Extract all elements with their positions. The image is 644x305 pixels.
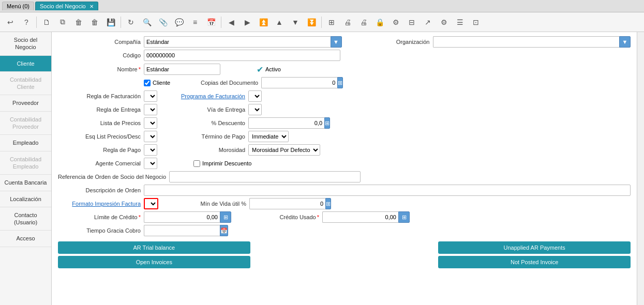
referencia-orden-input[interactable] [169,171,361,182]
nombre-input[interactable] [144,64,220,75]
refresh-icon[interactable]: ↻ [124,15,138,29]
cliente-copias-row: Cliente Copias del Documento ⊞ [58,77,631,88]
morosidad-label: Morosidad [162,147,245,153]
precios-descuento-row: Lista de Precios % Descuento ⊞ [58,117,631,129]
organizacion-input[interactable] [433,36,620,48]
chat-icon[interactable]: 💬 [172,15,186,29]
back-icon[interactable]: ↩ [3,15,18,29]
tab-menu[interactable]: Menú (0) [2,2,34,10]
min-vida-util-input[interactable] [249,198,325,209]
grid-icon[interactable]: ⊟ [405,15,419,29]
window-icon[interactable]: ⊡ [469,15,483,29]
organizacion-label: Organización [347,39,430,45]
action-row-2: Open Invoices Not Posted Invoice [58,256,631,268]
unapplied-ar-button[interactable]: Unapplied AR Payments [438,241,631,254]
via-entrega-select[interactable] [248,104,262,115]
lock-icon[interactable]: 🔒 [372,15,387,29]
copias-doc-input[interactable] [261,77,337,88]
min-vida-util-btn[interactable]: ⊞ [325,198,331,209]
credito-usado-btn[interactable]: ⊞ [398,211,410,223]
print2-icon[interactable]: 🖨 [356,15,371,29]
copias-doc-btn[interactable]: ⊞ [337,77,343,88]
limite-credito-btn[interactable]: ⊞ [220,211,231,223]
sidebar-item-proveedor[interactable]: Proveedor [0,95,51,111]
formato-impresion-select[interactable] [144,198,158,209]
agente-imprimir-row: Agente Comercial Imprimir Descuento [58,158,631,169]
nombre-label: Nombre [58,66,141,72]
descripcion-orden-input[interactable] [144,185,631,196]
last-icon[interactable]: ⏬ [304,15,319,29]
codigo-input[interactable] [144,50,340,61]
settings-icon[interactable]: ⚙ [437,15,451,29]
lista-precios-select[interactable] [144,117,157,129]
formato-vida-row: Formato Impresión Factura Mín de Vida út… [58,198,631,209]
not-posted-invoice-button[interactable]: Not Posted Invoice [438,256,631,268]
sidebar-item-empleado[interactable]: Empleado [0,135,51,151]
prev-icon[interactable]: ◀ [224,15,238,29]
sidebar-item-cuenta-bancaria[interactable]: Cuenta Bancaria [0,175,51,191]
sidebar-item-contabilidad-cliente[interactable]: Contabilidad Cliente [0,72,51,96]
organizacion-select-btn[interactable]: ▼ [619,36,631,48]
copy-icon[interactable]: ⧉ [55,15,70,29]
cliente-checkbox[interactable] [144,80,151,86]
regla-entrega-select[interactable] [144,104,157,115]
facturacion-row: Regla de Facturación Programa de Factura… [58,90,631,102]
sidebar-item-contabilidad-proveedor[interactable]: Contabilidad Proveedor [0,112,51,135]
compania-select-btn[interactable]: ▼ [331,36,342,48]
ar-trial-button[interactable]: AR Trial balance [58,241,250,254]
programa-facturacion-select[interactable] [248,90,262,102]
credito-usado-input[interactable] [322,211,398,223]
sidebar-item-localizacion[interactable]: Localización [0,191,51,207]
sidebar-item-contacto[interactable]: Contacto (Usuario) [0,207,51,231]
morosidad-select[interactable]: Morosidad Por Defecto [248,144,320,156]
descuento-label: % Descuento [162,120,245,126]
search-icon[interactable]: 🔍 [140,15,154,29]
expand-icon[interactable]: ⊞ [324,15,339,29]
config-icon[interactable]: ⚙ [388,15,403,29]
imprimir-descuento-checkbox[interactable] [193,160,200,167]
imprimir-descuento-row: Imprimir Descuento [193,160,251,167]
delete2-icon[interactable]: 🗑 [87,15,102,29]
scrollbar-right[interactable] [637,32,644,305]
regla-facturacion-select[interactable] [144,90,157,102]
sidebar-item-socio-negocio[interactable]: Socio del Negocio [0,32,51,56]
agente-comercial-select[interactable] [144,158,157,169]
regla-pago-select[interactable] [144,144,157,156]
attach-icon[interactable]: 📎 [156,15,170,29]
down-icon[interactable]: ▼ [288,15,303,29]
imprimir-descuento-label: Imprimir Descuento [202,160,251,166]
history-icon[interactable]: ≡ [188,15,202,29]
tiempo-gracia-input[interactable] [144,225,220,236]
new-icon[interactable]: 🗋 [39,15,54,29]
sidebar-item-acceso[interactable]: Acceso [0,231,51,247]
cliente-label: Cliente [153,80,170,86]
tiempo-gracia-row: Tiempo Gracia Cobro 📅 [58,225,631,236]
formato-impresion-label[interactable]: Formato Impresión Factura [58,201,141,207]
descuento-btn[interactable]: ⊞ [324,117,330,129]
calendar-icon[interactable]: 📅 [204,15,218,29]
first-icon[interactable]: ⏫ [256,15,271,29]
tiempo-gracia-calendar-btn[interactable]: 📅 [220,225,228,236]
descripcion-orden-label: Descripción de Orden [58,187,141,193]
export-icon[interactable]: ↗ [421,15,435,29]
next-icon[interactable]: ▶ [240,15,254,29]
up-icon[interactable]: ▲ [272,15,287,29]
print-icon[interactable]: 🖨 [340,15,355,29]
limite-credito-input[interactable] [144,211,220,223]
menu2-icon[interactable]: ☰ [453,15,467,29]
descripcion-orden-row: Descripción de Orden [58,185,631,196]
termino-pago-select[interactable]: Immediate [248,131,289,142]
open-invoices-button[interactable]: Open Invoices [58,256,250,268]
sidebar-item-contabilidad-empleado[interactable]: Contabilidad Empleado [0,151,51,175]
sidebar-item-cliente[interactable]: Cliente [0,56,51,72]
regla-entrega-label: Regla de Entrega [58,106,141,113]
esq-list-select[interactable] [144,131,157,142]
help-icon[interactable]: ? [19,15,34,29]
close-tab-icon[interactable]: ✕ [89,4,94,9]
compania-input[interactable] [144,36,331,48]
save-icon[interactable]: 💾 [103,15,118,29]
programa-facturacion-label[interactable]: Programa de Facturación [162,93,245,99]
descuento-input[interactable] [248,117,324,129]
tab-socio[interactable]: Socio del Negocio ✕ [35,2,98,10]
delete-icon[interactable]: 🗑 [71,15,86,29]
